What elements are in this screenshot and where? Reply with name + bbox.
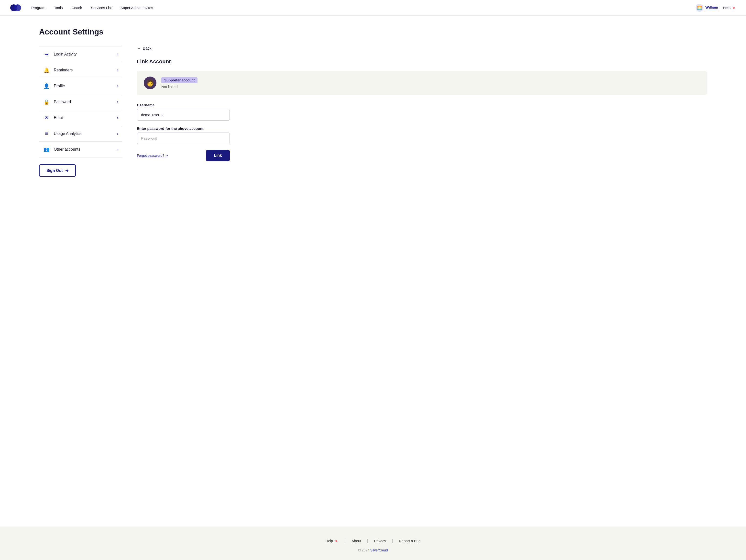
sidebar-label-reminders: Reminders	[54, 68, 73, 73]
back-label: Back	[143, 46, 151, 51]
other-accounts-icon: 👥	[43, 146, 50, 152]
footer-about[interactable]: About	[346, 539, 367, 543]
sidebar-label-email: Email	[54, 116, 63, 120]
reminders-icon: 🔔	[43, 67, 50, 73]
footer-help[interactable]: Help 🍬	[320, 539, 345, 543]
password-icon: 🔒	[43, 99, 50, 105]
profile-icon: 👤	[43, 83, 50, 89]
usage-analytics-icon: ≡	[43, 131, 50, 136]
sidebar-label-profile: Profile	[54, 84, 65, 88]
sign-out-icon: ➜	[65, 168, 68, 173]
help-link[interactable]: Help 🍬	[723, 6, 736, 10]
nav-tools[interactable]: Tools	[54, 6, 63, 10]
nav-program[interactable]: Program	[31, 6, 46, 10]
sidebar-label-login-activity: Login Activity	[54, 52, 77, 56]
right-panel: ← Back Link Account: 🧑 Supporter account…	[137, 46, 707, 177]
nav-super-admin-invites[interactable]: Super Admin Invites	[120, 6, 153, 10]
nav-services-list[interactable]: Services List	[91, 6, 112, 10]
chevron-icon: ›	[117, 132, 118, 136]
svg-point-1	[14, 4, 21, 11]
chevron-icon: ›	[117, 84, 118, 88]
supporter-account-badge: Supporter account	[161, 77, 198, 83]
user-avatar: 🌅	[696, 4, 704, 12]
chevron-icon: ›	[117, 52, 118, 56]
back-button[interactable]: ← Back	[137, 46, 707, 51]
link-account-title: Link Account:	[137, 58, 707, 65]
sidebar-item-reminders[interactable]: 🔔 Reminders ›	[39, 62, 122, 78]
chevron-icon: ›	[117, 116, 118, 120]
email-icon: ✉	[43, 115, 50, 121]
chevron-icon: ›	[117, 100, 118, 104]
logo[interactable]	[10, 2, 22, 14]
main-content: Account Settings ⇥ Login Activity › 🔔 Re…	[0, 16, 746, 527]
sidebar: ⇥ Login Activity › 🔔 Reminders › 👤 Profi…	[39, 46, 122, 177]
footer-privacy[interactable]: Privacy	[368, 539, 392, 543]
sidebar-label-password: Password	[54, 100, 71, 104]
username-input[interactable]	[137, 109, 230, 120]
nav-coach[interactable]: Coach	[71, 6, 82, 10]
footer-report-bug[interactable]: Report a Bug	[393, 539, 426, 543]
sidebar-item-email[interactable]: ✉ Email ›	[39, 110, 122, 126]
sidebar-item-login-activity[interactable]: ⇥ Login Activity ›	[39, 46, 122, 62]
link-button[interactable]: Link	[206, 150, 230, 161]
page-title: Account Settings	[39, 27, 707, 36]
avatar: 🧑	[144, 77, 156, 89]
password-input[interactable]	[137, 133, 230, 144]
nav-links: Program Tools Coach Services List Super …	[31, 6, 696, 10]
sidebar-label-other-accounts: Other accounts	[54, 147, 80, 151]
username-group: Username	[137, 103, 707, 120]
form-actions: Forgot password? ↗ Link	[137, 150, 230, 161]
account-link-status: Not linked	[161, 85, 198, 89]
navbar: Program Tools Coach Services List Super …	[0, 0, 746, 16]
external-link-icon: ↗	[165, 153, 168, 158]
forgot-password-link[interactable]: Forgot password? ↗	[137, 153, 168, 158]
forgot-password-label: Forgot password?	[137, 153, 164, 158]
sign-out-button[interactable]: Sign Out ➜	[39, 164, 76, 177]
user-menu[interactable]: 🌅 William	[696, 4, 718, 12]
footer: Help 🍬 | About | Privacy | Report a Bug …	[0, 527, 746, 560]
chevron-icon: ›	[117, 68, 118, 73]
footer-copyright: © 2024 SilverCloud	[0, 548, 746, 552]
username-label: Username	[137, 103, 707, 107]
sign-out-label: Sign Out	[47, 168, 63, 173]
footer-links: Help 🍬 | About | Privacy | Report a Bug	[0, 538, 746, 543]
sidebar-item-usage-analytics[interactable]: ≡ Usage Analytics ›	[39, 126, 122, 142]
sidebar-item-profile[interactable]: 👤 Profile ›	[39, 78, 122, 94]
login-activity-icon: ⇥	[43, 51, 50, 57]
sidebar-item-other-accounts[interactable]: 👥 Other accounts ›	[39, 142, 122, 158]
nav-right: 🌅 William Help 🍬	[696, 4, 736, 12]
chevron-icon: ›	[117, 147, 118, 151]
sidebar-label-usage-analytics: Usage Analytics	[54, 132, 82, 136]
user-name: William	[706, 5, 718, 10]
password-label: Enter password for the above account	[137, 127, 707, 131]
account-card: 🧑 Supporter account Not linked	[137, 71, 707, 95]
content-layout: ⇥ Login Activity › 🔔 Reminders › 👤 Profi…	[39, 46, 707, 177]
password-group: Enter password for the above account	[137, 127, 707, 144]
sidebar-item-password[interactable]: 🔒 Password ›	[39, 94, 122, 110]
back-arrow-icon: ←	[137, 46, 141, 51]
silvercloud-link[interactable]: SilverCloud	[370, 548, 388, 552]
